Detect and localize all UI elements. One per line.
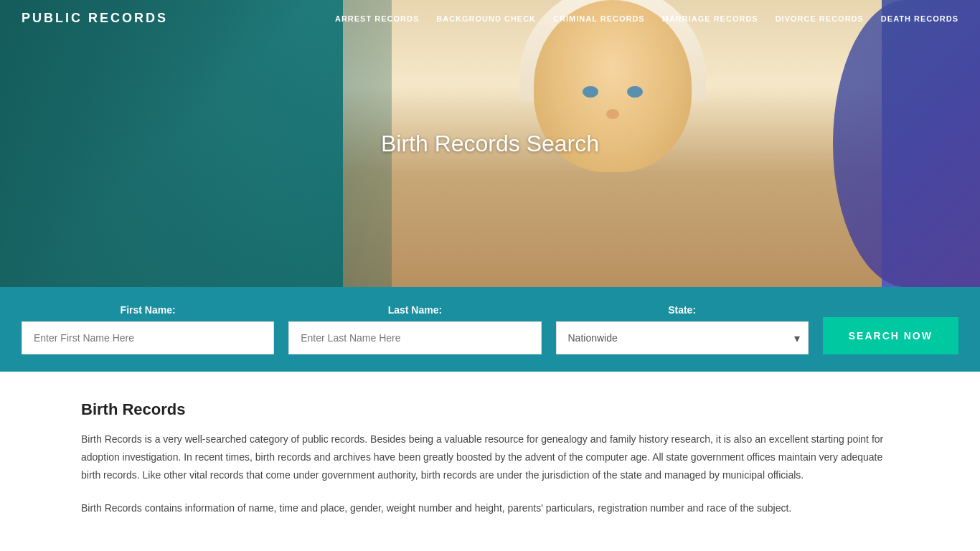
first-name-label: First Name: bbox=[22, 304, 274, 316]
hero-overlay-left bbox=[0, 0, 392, 287]
nav-link-death-records[interactable]: DEATH RECORDS bbox=[881, 14, 958, 23]
nav-link-divorce-records[interactable]: DIVORCE RECORDS bbox=[776, 14, 864, 23]
content-paragraph-2: Birth Records contains information of na… bbox=[81, 499, 899, 517]
nav-links: ARREST RECORDSBACKGROUND CHECKCRIMINAL R… bbox=[335, 11, 958, 24]
content-paragraph-1: Birth Records is a very well-searched ca… bbox=[81, 430, 899, 485]
search-section: First Name: Last Name: State: Nationwide… bbox=[0, 287, 980, 372]
first-name-input[interactable] bbox=[22, 321, 274, 354]
search-now-button[interactable]: SEARCH NOW bbox=[823, 317, 958, 354]
state-select[interactable]: NationwideAlabamaAlaskaArizonaArkansasCa… bbox=[556, 321, 809, 354]
last-name-input[interactable] bbox=[288, 321, 541, 354]
nav-link-background-check[interactable]: BACKGROUND CHECK bbox=[436, 14, 536, 23]
navbar: PUBLIC RECORDS ARREST RECORDSBACKGROUND … bbox=[0, 0, 980, 36]
main-content: Birth Records Birth Records is a very we… bbox=[60, 400, 920, 517]
hero-title: Birth Records Search bbox=[381, 131, 599, 157]
hero-overlay-right bbox=[833, 0, 980, 287]
first-name-field: First Name: bbox=[22, 304, 274, 354]
site-logo[interactable]: PUBLIC RECORDS bbox=[22, 11, 168, 26]
hero-section: Birth Records Search bbox=[0, 0, 980, 287]
nav-link-marriage-records[interactable]: MARRIAGE RECORDS bbox=[662, 14, 758, 23]
state-label: State: bbox=[556, 304, 809, 316]
state-select-wrapper: NationwideAlabamaAlaskaArizonaArkansasCa… bbox=[556, 321, 809, 354]
content-title: Birth Records bbox=[81, 400, 899, 419]
last-name-field: Last Name: bbox=[288, 304, 541, 354]
state-field: State: NationwideAlabamaAlaskaArizonaArk… bbox=[556, 304, 809, 354]
nav-link-arrest-records[interactable]: ARREST RECORDS bbox=[335, 14, 419, 23]
last-name-label: Last Name: bbox=[288, 304, 541, 316]
nav-link-criminal-records[interactable]: CRIMINAL RECORDS bbox=[553, 14, 645, 23]
